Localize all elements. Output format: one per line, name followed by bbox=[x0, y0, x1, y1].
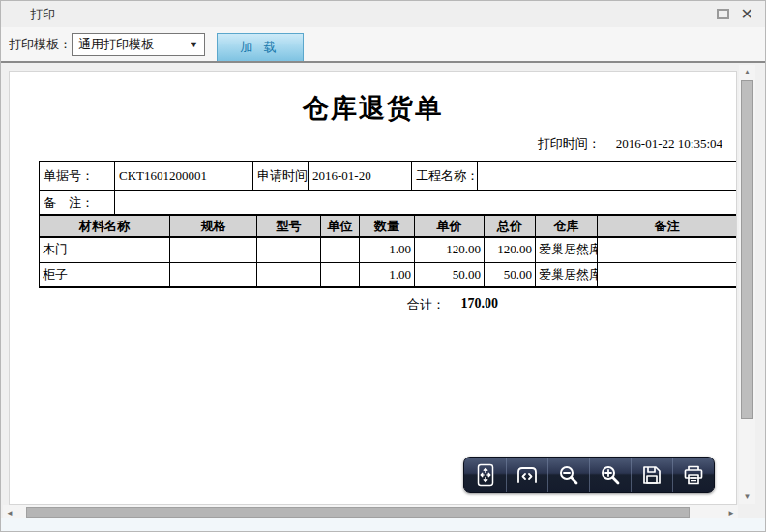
template-select-value: 通用打印模板 bbox=[78, 36, 154, 53]
cell-warehouse: 爱巢居然库 bbox=[536, 237, 598, 262]
chevron-down-icon: ▼ bbox=[190, 40, 198, 49]
title-bar: 打印 ✕ bbox=[1, 1, 765, 27]
print-dialog-window: 打印 ✕ 打印模板： 通用打印模板 ▼ 加 载 仓库退货单 打印时间：2016-… bbox=[0, 0, 766, 532]
template-select[interactable]: 通用打印模板 ▼ bbox=[72, 33, 205, 56]
print-time: 打印时间：2016-01-22 10:35:04 bbox=[538, 135, 722, 153]
table-row: 木门 1.00 120.00 120.00 爱巢居然库 bbox=[40, 237, 737, 262]
cell-price: 50.00 bbox=[415, 262, 485, 287]
remark-value bbox=[115, 191, 737, 216]
document-title: 仓库退货单 bbox=[10, 91, 736, 126]
receipt-no-label: 单据号： bbox=[40, 162, 115, 191]
total-label: 合计： bbox=[39, 296, 445, 313]
print-button[interactable] bbox=[672, 458, 714, 492]
cell-model bbox=[257, 237, 321, 262]
cell-remark bbox=[598, 262, 737, 287]
receipt-info-table: 单据号： CKT1601200001 申请时间： 2016-01-20 工程名称… bbox=[39, 161, 737, 216]
cell-spec bbox=[170, 237, 257, 262]
cell-warehouse: 爱巢居然库 bbox=[536, 262, 598, 287]
template-label: 打印模板： bbox=[9, 36, 72, 53]
cell-total: 120.00 bbox=[485, 237, 536, 262]
load-button[interactable]: 加 载 bbox=[217, 33, 304, 61]
zoom-in-icon bbox=[599, 463, 622, 487]
print-icon bbox=[682, 463, 705, 487]
project-name-value bbox=[478, 162, 737, 191]
scroll-up-arrow[interactable]: ▲ bbox=[739, 65, 755, 79]
cell-material: 木门 bbox=[40, 237, 170, 262]
items-header-row: 材料名称 规格 型号 单位 数量 单价 总价 仓库 备注 bbox=[40, 215, 737, 237]
close-button[interactable]: ✕ bbox=[741, 7, 753, 22]
cell-unit bbox=[321, 262, 360, 287]
cell-total: 50.00 bbox=[485, 262, 536, 287]
col-header-model: 型号 bbox=[257, 215, 321, 237]
remark-label: 备 注： bbox=[40, 191, 115, 216]
fit-page-button[interactable] bbox=[464, 458, 506, 492]
items-table: 材料名称 规格 型号 单位 数量 单价 总价 仓库 备注 木门 1.00 12 bbox=[39, 214, 737, 288]
cell-remark bbox=[598, 237, 737, 262]
zoom-out-icon bbox=[557, 463, 580, 487]
save-button[interactable] bbox=[631, 458, 672, 492]
table-row: 柜子 1.00 50.00 50.00 爱巢居然库 bbox=[40, 262, 737, 287]
cell-material: 柜子 bbox=[40, 262, 170, 287]
cell-qty: 1.00 bbox=[360, 262, 415, 287]
template-toolbar: 打印模板： 通用打印模板 ▼ 加 载 bbox=[1, 27, 765, 61]
fit-page-icon bbox=[474, 462, 497, 488]
cell-unit bbox=[321, 237, 360, 262]
totals-row: 合计： 170.00 bbox=[39, 296, 737, 313]
cell-price: 120.00 bbox=[415, 237, 485, 262]
horizontal-scroll-thumb[interactable] bbox=[26, 507, 690, 518]
zoom-in-button[interactable] bbox=[589, 458, 631, 492]
col-header-spec: 规格 bbox=[170, 215, 257, 237]
col-header-unit: 单位 bbox=[321, 215, 360, 237]
col-header-warehouse: 仓库 bbox=[536, 215, 598, 237]
dialog-bottom-strip bbox=[1, 518, 765, 531]
zoom-out-button[interactable] bbox=[547, 458, 589, 492]
receipt-no-value: CKT1601200001 bbox=[115, 162, 253, 191]
scroll-down-arrow[interactable]: ▼ bbox=[739, 489, 755, 504]
col-header-remark: 备注 bbox=[598, 215, 737, 237]
preview-toolbar bbox=[463, 457, 715, 493]
cell-model bbox=[257, 262, 321, 287]
apply-time-value: 2016-01-20 bbox=[309, 162, 412, 191]
print-time-label: 打印时间： bbox=[538, 136, 601, 151]
total-value: 170.00 bbox=[445, 296, 498, 313]
cell-qty: 1.00 bbox=[360, 237, 415, 262]
window-title: 打印 bbox=[30, 6, 55, 23]
print-time-value: 2016-01-22 10:35:04 bbox=[616, 136, 722, 151]
col-header-total: 总价 bbox=[485, 215, 536, 237]
window-controls: ✕ bbox=[717, 1, 753, 27]
vertical-scroll-thumb[interactable] bbox=[741, 80, 753, 419]
apply-time-label: 申请时间： bbox=[253, 162, 309, 191]
col-header-material: 材料名称 bbox=[40, 215, 170, 237]
vertical-scrollbar[interactable]: ▲ ▼ bbox=[739, 65, 755, 504]
fit-width-button[interactable] bbox=[506, 458, 547, 492]
preview-area: 仓库退货单 打印时间：2016-01-22 10:35:04 单据号： CKT1… bbox=[1, 61, 765, 519]
col-header-price: 单价 bbox=[415, 215, 485, 237]
maximize-button[interactable] bbox=[717, 9, 729, 19]
col-header-qty: 数量 bbox=[360, 215, 415, 237]
project-name-label: 工程名称： bbox=[412, 162, 478, 191]
fit-width-icon bbox=[515, 462, 540, 488]
save-icon bbox=[640, 463, 663, 487]
document-page: 仓库退货单 打印时间：2016-01-22 10:35:04 单据号： CKT1… bbox=[9, 71, 737, 505]
cell-spec bbox=[170, 262, 257, 287]
